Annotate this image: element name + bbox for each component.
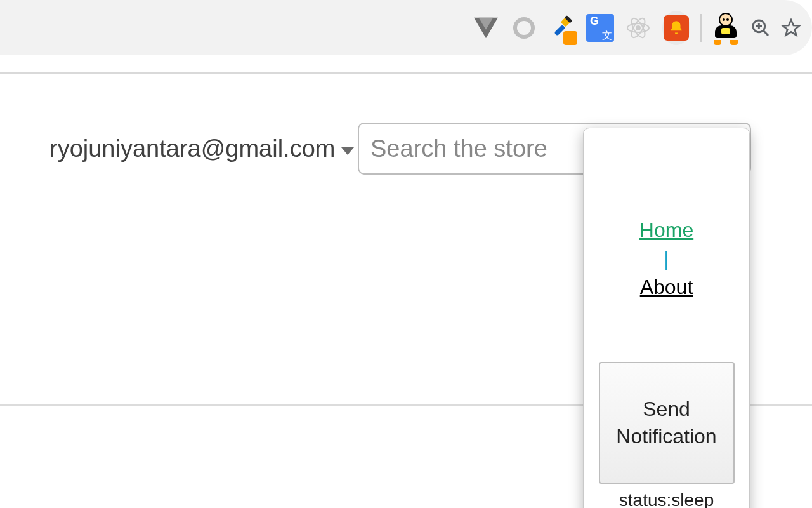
eyedropper-icon[interactable]: [548, 14, 576, 42]
status-label: status:: [619, 490, 671, 508]
profile-avatar-icon[interactable]: [712, 14, 740, 42]
send-btn-line2: Notification: [616, 425, 716, 448]
account-email: ryojuniyantara@gmail.com: [49, 135, 335, 163]
bell-icon: [664, 15, 689, 41]
extension-badge: [563, 31, 577, 45]
extension-popup: Home | About Send Notification status:sl…: [583, 128, 750, 508]
status-value: sleep: [671, 490, 714, 508]
browser-toolbar: [0, 0, 812, 74]
extension-row: [472, 0, 740, 55]
popup-nav: Home | About: [639, 216, 693, 301]
svg-line-1: [763, 30, 768, 36]
react-devtools-icon[interactable]: [624, 14, 652, 42]
chevron-down-icon: [341, 147, 354, 155]
toolbar-separator: [700, 14, 702, 42]
send-btn-line1: Send: [643, 398, 690, 420]
account-dropdown[interactable]: ryojuniyantara@gmail.com: [49, 135, 354, 163]
zoom-in-icon[interactable]: [749, 16, 773, 40]
omnibox-actions: [749, 16, 803, 40]
notification-bell-extension[interactable]: [662, 14, 690, 42]
nav-separator: |: [664, 247, 669, 270]
nav-about-link[interactable]: About: [639, 273, 693, 302]
send-notification-button[interactable]: Send Notification: [599, 362, 735, 484]
opera-icon[interactable]: [510, 14, 538, 42]
toolbar-bottom-divider: [0, 72, 812, 74]
v-logo-icon[interactable]: [472, 14, 500, 42]
google-translate-icon[interactable]: [586, 14, 614, 42]
status-line: status:sleep: [619, 490, 714, 508]
svg-marker-4: [783, 20, 799, 35]
page-content: ryojuniyantara@gmail.com Home | About Se…: [0, 74, 812, 508]
nav-home-link[interactable]: Home: [639, 216, 693, 244]
star-icon[interactable]: [779, 16, 803, 40]
svg-point-13: [636, 26, 640, 30]
